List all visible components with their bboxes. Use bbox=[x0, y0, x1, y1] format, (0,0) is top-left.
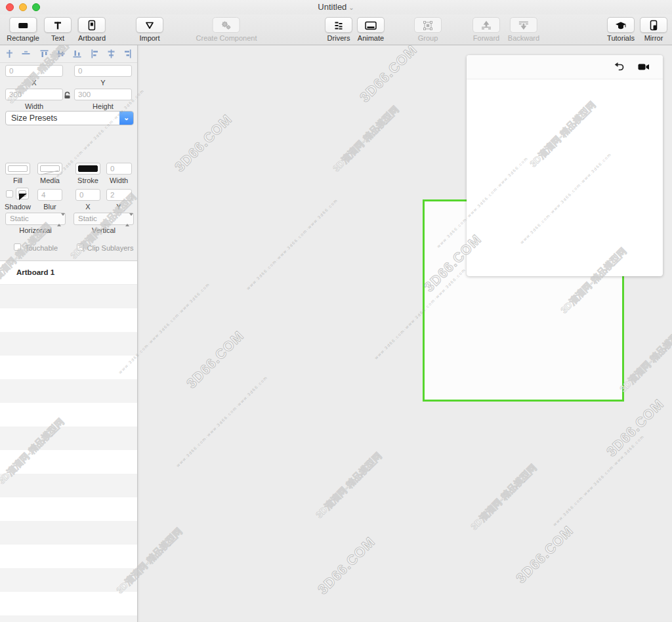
align-bottom-icon[interactable] bbox=[73, 49, 81, 61]
chevron-down-icon: ⌄ bbox=[119, 112, 133, 125]
text-icon bbox=[44, 17, 72, 33]
x-field[interactable] bbox=[5, 65, 63, 77]
divider bbox=[0, 62, 137, 63]
y-field[interactable] bbox=[74, 65, 132, 77]
layer-name: Artboard 1 bbox=[16, 268, 54, 276]
layers-list: Artboard 1 bbox=[0, 261, 137, 622]
media-swatch[interactable] bbox=[37, 163, 62, 175]
horizontal-label: Horizontal bbox=[19, 226, 52, 234]
drivers-icon bbox=[325, 17, 352, 33]
backward-icon bbox=[510, 17, 537, 33]
backward-label: Backward bbox=[508, 34, 539, 42]
create-component-button: Create Component bbox=[196, 17, 257, 42]
import-tool[interactable]: Import bbox=[136, 17, 163, 42]
align-center-icon[interactable] bbox=[107, 49, 116, 61]
stepper-arrows-icon bbox=[57, 215, 62, 226]
clip-sublayers-checkbox[interactable] bbox=[77, 243, 84, 251]
window-title[interactable]: Untitled⌄ bbox=[0, 2, 672, 12]
artboard-label: Artboard bbox=[78, 34, 106, 42]
align-right-icon[interactable] bbox=[123, 49, 132, 61]
forward-icon bbox=[472, 17, 500, 33]
touchable-label: Touchable bbox=[25, 244, 58, 252]
align-vertical-center-icon[interactable] bbox=[5, 49, 14, 61]
main-toolbar: Rectangle Text Artboard Import Create Co… bbox=[0, 14, 672, 45]
mirror-label: Mirror bbox=[640, 34, 667, 42]
import-label: Import bbox=[136, 34, 163, 42]
align-horizontal-center-icon[interactable] bbox=[22, 49, 30, 61]
stroke-swatch[interactable] bbox=[75, 163, 100, 175]
create-component-label: Create Component bbox=[196, 34, 257, 42]
layer-row-artboard-1[interactable]: Artboard 1 bbox=[0, 261, 137, 285]
group-icon bbox=[414, 17, 442, 33]
canvas-area[interactable] bbox=[138, 45, 672, 622]
window-titlebar: Untitled⌄ bbox=[0, 0, 672, 14]
clip-sublayers-label: Clip Sublayers bbox=[87, 244, 134, 252]
record-video-icon[interactable] bbox=[638, 62, 650, 73]
rectangle-icon bbox=[9, 17, 37, 33]
title-chevron-icon: ⌄ bbox=[348, 4, 354, 11]
shadow-y-label: Y bbox=[116, 203, 121, 211]
import-icon bbox=[136, 17, 163, 33]
vertical-sizing-select[interactable]: Static bbox=[74, 213, 134, 225]
animate-label: Animate bbox=[357, 34, 385, 42]
forward-label: Forward bbox=[472, 34, 500, 42]
touchable-checkbox[interactable] bbox=[14, 243, 21, 251]
stroke-color bbox=[78, 165, 98, 172]
shadow-color bbox=[18, 190, 26, 197]
y-label: Y bbox=[100, 79, 105, 87]
shadow-swatch[interactable] bbox=[16, 188, 29, 199]
tutorials-icon bbox=[607, 17, 635, 33]
backward-button: Backward bbox=[508, 17, 539, 42]
media-label: Media bbox=[40, 176, 60, 184]
drivers-button[interactable]: Drivers bbox=[325, 17, 352, 42]
vertical-sizing-value: Static bbox=[78, 215, 97, 222]
blur-field[interactable] bbox=[37, 189, 62, 201]
horizontal-sizing-select[interactable]: Static bbox=[5, 213, 66, 225]
animate-button[interactable]: Animate bbox=[357, 17, 385, 42]
animate-icon bbox=[357, 17, 385, 33]
group-label: Group bbox=[414, 34, 442, 42]
alignment-toolbar bbox=[0, 49, 137, 61]
size-presets-label: Size Presets bbox=[11, 114, 57, 123]
shadow-y-field[interactable] bbox=[106, 189, 132, 201]
media-preview bbox=[40, 165, 60, 172]
size-presets-dropdown[interactable]: Size Presets ⌄ bbox=[5, 111, 134, 125]
left-panel: X Y Width Height Size Presets ⌄ Fill Med… bbox=[0, 45, 138, 622]
drivers-label: Drivers bbox=[325, 34, 352, 42]
vertical-label: Vertical bbox=[92, 226, 116, 234]
align-left-icon[interactable] bbox=[91, 49, 99, 61]
layers-empty-rows bbox=[0, 285, 137, 622]
forward-button: Forward bbox=[472, 17, 500, 42]
align-top-icon[interactable] bbox=[40, 49, 49, 61]
mirror-button[interactable]: Mirror bbox=[640, 17, 667, 42]
tutorials-label: Tutorials bbox=[607, 34, 635, 42]
horizontal-sizing-value: Static bbox=[10, 215, 29, 222]
artboard-window[interactable] bbox=[467, 55, 663, 276]
aspect-lock-icon[interactable] bbox=[64, 90, 71, 102]
undo-icon[interactable] bbox=[614, 62, 625, 74]
height-label: Height bbox=[93, 102, 114, 110]
stroke-label: Stroke bbox=[77, 176, 98, 184]
shadow-x-field[interactable] bbox=[75, 189, 100, 201]
rectangle-tool[interactable]: Rectangle bbox=[7, 17, 39, 42]
fill-swatch[interactable] bbox=[5, 163, 30, 175]
artboard-tool[interactable]: Artboard bbox=[78, 17, 106, 42]
align-middle-icon[interactable] bbox=[56, 49, 65, 61]
text-label: Text bbox=[44, 34, 72, 42]
stroke-width-field[interactable] bbox=[106, 163, 132, 175]
gears-icon bbox=[213, 17, 240, 33]
rectangle-label: Rectangle bbox=[7, 34, 39, 42]
width-field[interactable] bbox=[5, 89, 63, 100]
inspector-panel: X Y Width Height Size Presets ⌄ Fill Med… bbox=[0, 45, 137, 261]
mirror-icon bbox=[640, 17, 667, 33]
tutorials-button[interactable]: Tutorials bbox=[607, 17, 635, 42]
height-field[interactable] bbox=[74, 89, 132, 100]
fill-color bbox=[8, 165, 28, 172]
stroke-width-label: Width bbox=[110, 176, 128, 184]
shadow-checkbox[interactable] bbox=[6, 190, 13, 197]
artboard-icon bbox=[78, 17, 106, 33]
fill-label: Fill bbox=[13, 176, 22, 184]
shadow-label: Shadow bbox=[5, 203, 31, 211]
text-tool[interactable]: Text bbox=[44, 17, 72, 42]
document-title: Untitled bbox=[318, 2, 346, 12]
